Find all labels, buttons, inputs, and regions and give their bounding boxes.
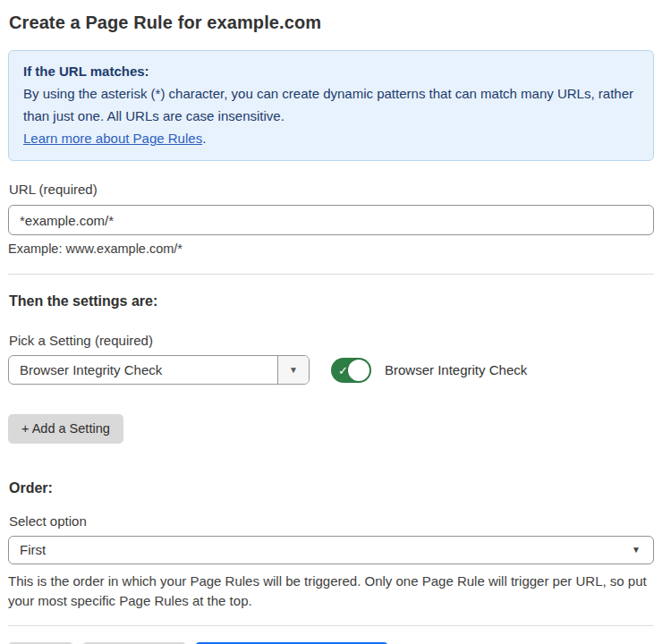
learn-more-link[interactable]: Learn more about Page Rules xyxy=(23,131,202,146)
url-matches-info-box: If the URL matches: By using the asteris… xyxy=(8,50,654,161)
url-helper-text: Example: www.example.com/* xyxy=(8,242,654,256)
chevron-down-icon: ▼ xyxy=(632,545,641,555)
url-input[interactable] xyxy=(8,205,654,235)
page-title: Create a Page Rule for example.com xyxy=(9,13,654,33)
url-label: URL (required) xyxy=(9,182,654,197)
order-helper-text: This is the order in which your Page Rul… xyxy=(8,572,659,611)
order-select[interactable]: First ▼ xyxy=(8,536,654,564)
setting-picker-value: Browser Integrity Check xyxy=(9,356,277,384)
footer-divider xyxy=(8,625,654,626)
settings-section-heading: Then the settings are: xyxy=(9,293,654,309)
setting-row: Browser Integrity Check ▼ ✓ Browser Inte… xyxy=(8,355,654,385)
chevron-down-icon: ▼ xyxy=(289,365,298,375)
browser-integrity-toggle[interactable]: ✓ xyxy=(331,358,371,383)
setting-picker-dropdown[interactable]: Browser Integrity Check ▼ xyxy=(8,355,310,385)
toggle-label: Browser Integrity Check xyxy=(385,362,527,377)
order-section-heading: Order: xyxy=(9,480,654,496)
link-suffix: . xyxy=(202,131,206,146)
info-box-link-line: Learn more about Page Rules. xyxy=(23,127,639,149)
info-box-body: By using the asterisk (*) character, you… xyxy=(23,82,639,127)
section-divider xyxy=(8,274,654,275)
add-setting-button[interactable]: + Add a Setting xyxy=(8,414,123,444)
setting-picker-arrow-button[interactable]: ▼ xyxy=(277,356,309,384)
order-select-label: Select option xyxy=(9,513,654,529)
order-select-value: First xyxy=(20,542,632,557)
info-box-heading: If the URL matches: xyxy=(23,60,639,82)
create-page-rule-panel: Create a Page Rule for example.com If th… xyxy=(0,0,662,644)
setting-picker-label: Pick a Setting (required) xyxy=(9,333,654,348)
check-icon: ✓ xyxy=(338,364,348,376)
toggle-knob xyxy=(348,360,369,381)
